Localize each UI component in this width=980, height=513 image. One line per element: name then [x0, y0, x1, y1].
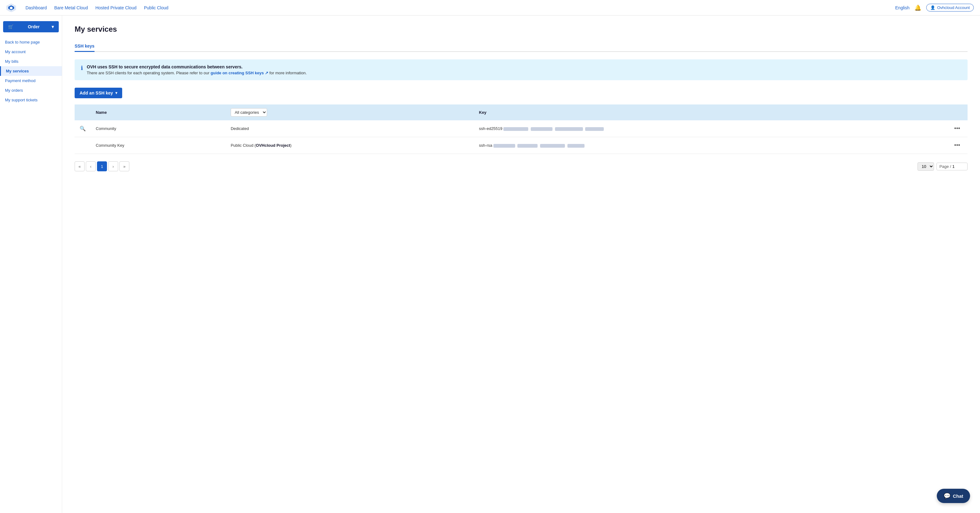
- row1-name: Community: [91, 120, 226, 137]
- sidebar-item-my-account[interactable]: My account: [0, 47, 62, 57]
- chevron-down-icon: ▾: [52, 24, 54, 29]
- order-button[interactable]: 🛒 Order ▾: [3, 21, 59, 32]
- main-content: My services SSH keys ℹ OVH uses SSH to s…: [62, 16, 980, 513]
- info-regular-text: There are SSH clients for each operating…: [87, 70, 307, 75]
- page-title: My services: [75, 25, 967, 33]
- nav-dashboard[interactable]: Dashboard: [25, 5, 47, 10]
- col-category: All categories Dedicated Public Cloud: [226, 105, 474, 120]
- chat-bubble-icon: 💬: [943, 492, 950, 499]
- pagination-prev[interactable]: ‹: [86, 161, 96, 171]
- row1-category: Dedicated: [226, 120, 474, 137]
- sidebar-item-my-support-tickets[interactable]: My support tickets: [0, 95, 62, 105]
- pagination-next[interactable]: ›: [108, 161, 118, 171]
- page-input-group: Page /: [937, 163, 967, 170]
- sidebar: 🛒 Order ▾ Back to home page My account M…: [0, 16, 62, 513]
- language-selector[interactable]: English: [895, 5, 909, 10]
- pagination-page-1[interactable]: 1: [97, 161, 107, 171]
- info-icon: ℹ: [81, 65, 83, 72]
- page-right-controls: 10 25 50 Page /: [918, 162, 967, 171]
- logo[interactable]: [6, 3, 16, 12]
- row2-actions: •••: [947, 137, 967, 154]
- pagination-last[interactable]: »: [119, 161, 129, 171]
- sidebar-item-my-services[interactable]: My services: [0, 66, 62, 76]
- row2-more-button[interactable]: •••: [952, 141, 963, 150]
- info-text: OVH uses SSH to secure encrypted data co…: [87, 64, 307, 75]
- chat-label: Chat: [953, 494, 963, 499]
- sidebar-nav: Back to home page My account My bills My…: [0, 37, 62, 105]
- chevron-down-icon: ▾: [115, 91, 117, 95]
- sidebar-item-payment-method[interactable]: Payment method: [0, 76, 62, 86]
- page-layout: 🛒 Order ▾ Back to home page My account M…: [0, 16, 980, 513]
- account-icon: 👤: [930, 5, 935, 10]
- header: Dashboard Bare Metal Cloud Hosted Privat…: [0, 0, 980, 16]
- table-row: 🔍 Community Dedicated ssh-ed25519 •••: [75, 120, 967, 137]
- nav-hosted-private-cloud[interactable]: Hosted Private Cloud: [95, 5, 137, 10]
- category-filter[interactable]: All categories Dedicated Public Cloud: [231, 108, 267, 116]
- table-row: Community Key Public Cloud (OVHcloud Pro…: [75, 137, 967, 154]
- ssh-keys-table: Name All categories Dedicated Public Clo…: [75, 105, 967, 154]
- col-key: Key: [474, 105, 947, 120]
- tabs-bar: SSH keys: [75, 41, 967, 52]
- row2-category: Public Cloud (OVHcloud Project): [226, 137, 474, 154]
- account-button[interactable]: 👤 Ovhcloud Account: [926, 4, 974, 11]
- table-header-row: Name All categories Dedicated Public Clo…: [75, 105, 967, 120]
- add-ssh-key-button[interactable]: Add an SSH key ▾: [75, 88, 122, 98]
- row1-actions: •••: [947, 120, 967, 137]
- pagination-first[interactable]: «: [75, 161, 84, 171]
- sidebar-item-back-home[interactable]: Back to home page: [0, 37, 62, 47]
- guide-link[interactable]: guide on creating SSH keys ↗: [210, 70, 269, 75]
- row2-name: Community Key: [91, 137, 226, 154]
- header-right: English 🔔 👤 Ovhcloud Account: [895, 4, 974, 11]
- tab-ssh-keys[interactable]: SSH keys: [75, 41, 94, 52]
- row2-key: ssh-rsa: [474, 137, 947, 154]
- chat-button[interactable]: 💬 Chat: [937, 489, 970, 503]
- sidebar-item-my-orders[interactable]: My orders: [0, 86, 62, 95]
- cart-icon: 🛒: [8, 24, 13, 29]
- row1-key: ssh-ed25519: [474, 120, 947, 137]
- info-banner: ℹ OVH uses SSH to secure encrypted data …: [75, 59, 967, 80]
- ssh-key-search-icon: 🔍: [80, 126, 86, 131]
- pagination: « ‹ 1 › » 10 25 50 Page /: [75, 161, 967, 171]
- page-number-input[interactable]: [952, 164, 965, 169]
- row1-icon-cell: 🔍: [75, 120, 91, 137]
- col-icon: [75, 105, 91, 120]
- per-page-select[interactable]: 10 25 50: [918, 162, 934, 171]
- sidebar-item-my-bills[interactable]: My bills: [0, 57, 62, 66]
- col-name: Name: [91, 105, 226, 120]
- info-bold-text: OVH uses SSH to secure encrypted data co…: [87, 64, 307, 69]
- nav-bare-metal[interactable]: Bare Metal Cloud: [54, 5, 88, 10]
- main-nav: Dashboard Bare Metal Cloud Hosted Privat…: [25, 5, 895, 10]
- account-label: Ovhcloud Account: [937, 5, 970, 10]
- row2-icon-cell: [75, 137, 91, 154]
- page-label: Page /: [939, 164, 951, 169]
- row1-more-button[interactable]: •••: [952, 124, 963, 133]
- notification-bell-icon[interactable]: 🔔: [915, 4, 921, 11]
- order-label: Order: [28, 24, 40, 29]
- col-actions: [947, 105, 967, 120]
- add-ssh-key-label: Add an SSH key: [80, 91, 113, 96]
- nav-public-cloud[interactable]: Public Cloud: [144, 5, 169, 10]
